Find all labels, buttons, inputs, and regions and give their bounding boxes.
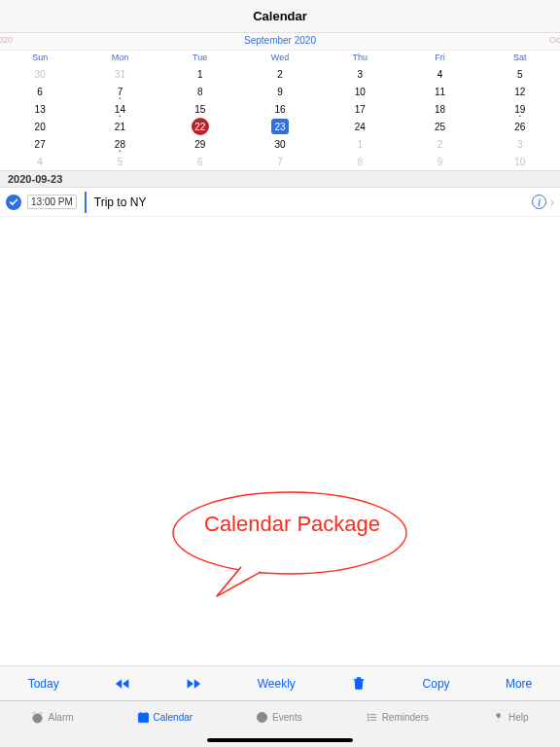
event-color-bar [85, 192, 87, 213]
calendar-day[interactable]: 22 [160, 118, 240, 135]
calendar-day[interactable]: 7• [80, 83, 159, 100]
calendar-day[interactable]: 18 [400, 100, 479, 118]
calendar-day[interactable]: 25 [400, 118, 479, 135]
svg-point-4 [368, 714, 368, 715]
calendar-day[interactable]: 1 [320, 135, 400, 153]
day-header: Sat [480, 53, 560, 62]
title-bar: Calendar [0, 0, 560, 33]
tab-events[interactable]: Events [256, 711, 302, 724]
calendar-day[interactable]: 2 [240, 65, 320, 83]
calendar-day[interactable]: 9 [240, 83, 320, 100]
current-month-label: September 2020 [244, 35, 316, 46]
calendar-grid: SunMonTueWedThuFriSat 30311234567•891011… [0, 51, 560, 170]
calendar-day[interactable]: 1 [160, 65, 240, 83]
svg-point-6 [368, 720, 368, 721]
tab-calendar[interactable]: Calendar [137, 711, 193, 724]
calendar-day[interactable]: 8 [320, 153, 400, 170]
help-icon [492, 711, 505, 724]
calendar-day[interactable]: 20 [0, 118, 80, 135]
calendar-day[interactable]: 17 [320, 100, 400, 118]
chevron-right-icon[interactable]: › [550, 196, 554, 209]
event-checkmark-icon[interactable] [6, 195, 21, 210]
calendar-day[interactable]: 28• [80, 135, 159, 153]
calendar-day[interactable]: 11 [400, 83, 479, 100]
calendar-day[interactable]: 24 [320, 118, 400, 135]
annotation-text: Calendar Package [204, 512, 380, 537]
day-header: Fri [400, 53, 479, 62]
calendar-day[interactable]: 16 [240, 100, 320, 118]
calendar-day[interactable]: 3 [320, 65, 400, 83]
day-header: Mon [80, 53, 159, 62]
calendar-day[interactable]: 31 [80, 65, 159, 83]
tab-bar: Alarm Calendar Events Reminders Help [0, 700, 560, 733]
selected-date-header: 2020-09-23 [0, 170, 560, 188]
tab-alarm[interactable]: Alarm [31, 711, 73, 724]
event-row[interactable]: 13:00 PM Trip to NY i › [0, 188, 560, 217]
calendar-day[interactable]: 26 [480, 118, 560, 135]
calendar-day[interactable]: 30 [0, 65, 80, 83]
calendar-day[interactable]: 5 [480, 65, 560, 83]
calendar-day[interactable]: 8 [160, 83, 240, 100]
calendar-day[interactable]: 27 [0, 135, 80, 153]
bottom-toolbar: Today Weekly Copy More [0, 665, 560, 700]
event-title: Trip to NY [94, 196, 532, 209]
calendar-day[interactable]: 15 [160, 100, 240, 118]
annotation-bubble: Calendar Package [163, 484, 416, 572]
day-header: Wed [240, 53, 320, 62]
calendar-day[interactable]: 4 [400, 65, 479, 83]
calendar-icon [137, 711, 150, 724]
today-button[interactable]: Today [28, 677, 59, 691]
calendar-day[interactable]: 29 [160, 135, 240, 153]
trash-icon [351, 677, 367, 691]
day-header: Thu [320, 53, 400, 62]
calendar-day[interactable]: 3 [480, 135, 560, 153]
alarm-icon [31, 711, 44, 724]
forward-icon [186, 677, 201, 691]
calendar-day[interactable]: 5 [80, 153, 159, 170]
calendar-day[interactable]: 21 [80, 118, 159, 135]
tab-reminders[interactable]: Reminders [366, 711, 429, 724]
month-selector[interactable]: t 2020 September 2020 Octobe [0, 33, 560, 51]
calendar-day[interactable]: 13 [0, 100, 80, 118]
calendar-day[interactable]: 23 [240, 118, 320, 135]
calendar-day[interactable]: 6 [160, 153, 240, 170]
calendar-day[interactable]: 4 [0, 153, 80, 170]
calendar-day[interactable]: 14• [80, 100, 159, 118]
page-title: Calendar [253, 9, 307, 23]
tab-help[interactable]: Help [492, 711, 529, 724]
copy-button[interactable]: Copy [423, 677, 450, 691]
events-icon [256, 711, 268, 724]
calendar-day[interactable]: 10 [480, 153, 560, 170]
content-area: Calendar Package [0, 217, 560, 665]
trash-button[interactable] [351, 677, 367, 691]
calendar-day[interactable]: 19• [480, 100, 560, 118]
calendar-day[interactable]: 9 [400, 153, 479, 170]
rewind-icon [115, 677, 130, 691]
next-month-label: Octobe [549, 35, 560, 45]
event-time: 13:00 PM [27, 195, 77, 209]
svg-point-5 [368, 717, 368, 718]
calendar-day[interactable]: 6 [0, 83, 80, 100]
prev-month-label: t 2020 [0, 35, 13, 45]
info-icon[interactable]: i [532, 195, 546, 209]
day-header: Tue [160, 53, 240, 62]
more-button[interactable]: More [506, 677, 532, 691]
weekly-button[interactable]: Weekly [258, 677, 296, 691]
reminders-icon [366, 711, 378, 724]
calendar-day[interactable]: 30 [240, 135, 320, 153]
svg-rect-2 [138, 713, 148, 722]
day-header: Sun [0, 53, 80, 62]
home-indicator[interactable] [0, 733, 560, 747]
forward-button[interactable] [186, 677, 201, 691]
calendar-day[interactable]: 7 [240, 153, 320, 170]
calendar-day[interactable]: 2 [400, 135, 479, 153]
calendar-day[interactable]: 10 [320, 83, 400, 100]
rewind-button[interactable] [115, 677, 130, 691]
calendar-day[interactable]: 12 [480, 83, 560, 100]
